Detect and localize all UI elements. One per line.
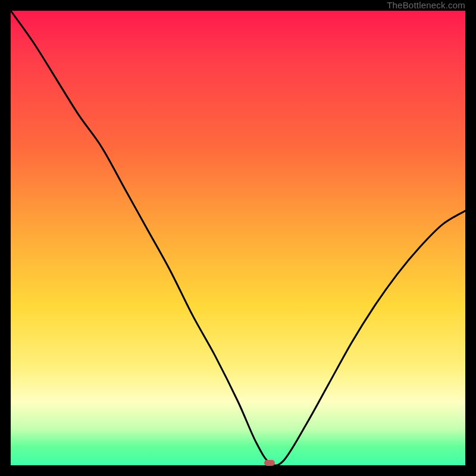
optimal-point-marker (264, 460, 275, 466)
bottleneck-curve (11, 11, 465, 465)
plot-area (11, 11, 465, 465)
curve-svg (11, 11, 465, 465)
chart-frame: TheBottleneck.com (0, 0, 476, 476)
watermark-text: TheBottleneck.com (387, 0, 465, 11)
